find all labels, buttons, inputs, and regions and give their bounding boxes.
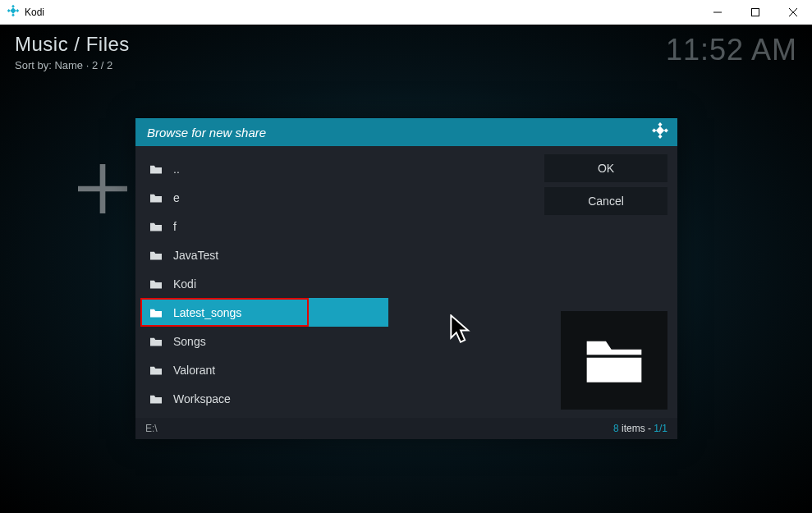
titlebar-left: Kodi (0, 4, 44, 21)
window-titlebar: Kodi (0, 0, 812, 25)
ok-button[interactable]: OK (544, 154, 667, 182)
svg-rect-10 (652, 128, 656, 132)
list-item-label: .. (173, 163, 180, 176)
list-item[interactable]: Kodi (140, 269, 533, 298)
svg-rect-3 (11, 13, 15, 16)
svg-rect-0 (11, 4, 15, 7)
kodi-logo-icon (651, 121, 669, 143)
sort-line: Sort by: Name · 2 / 2 (15, 59, 112, 71)
browse-dialog: Browse for new share .. e f (135, 118, 677, 439)
list-item-label: JavaTest (173, 249, 218, 262)
add-source-icon[interactable] (70, 156, 135, 222)
close-button[interactable] (774, 0, 812, 25)
breadcrumb: Music / Files (15, 33, 130, 56)
list-item-label: Kodi (173, 277, 196, 291)
list-item[interactable]: Valorant (140, 355, 533, 384)
list-item-label: Workspace (173, 392, 231, 405)
dialog-body: .. e f JavaTest Kodi (135, 146, 677, 418)
list-item[interactable]: e (140, 183, 533, 212)
list-item[interactable]: JavaTest (140, 240, 533, 269)
folder-icon (149, 163, 163, 175)
list-item-label: f (173, 220, 177, 233)
folder-preview (561, 311, 667, 410)
svg-rect-1 (7, 9, 11, 12)
folder-icon (149, 393, 163, 405)
folder-icon (149, 250, 163, 261)
svg-rect-2 (16, 9, 19, 12)
dialog-header: Browse for new share (135, 118, 677, 146)
folder-icon (149, 192, 163, 204)
file-list: .. e f JavaTest Kodi (140, 154, 533, 413)
list-item[interactable]: .. (140, 154, 533, 183)
list-item[interactable]: Workspace (140, 384, 533, 413)
list-item-label: Latest_songs (173, 306, 241, 319)
window-title: Kodi (25, 7, 44, 18)
svg-rect-11 (664, 128, 668, 132)
folder-icon (149, 307, 163, 318)
window-controls (699, 0, 812, 25)
svg-rect-13 (656, 126, 664, 135)
minimize-button[interactable] (699, 0, 736, 25)
app-body: Music / Files Sort by: Name · 2 / 2 11:5… (0, 25, 812, 513)
folder-icon (149, 364, 163, 376)
svg-rect-9 (658, 122, 662, 126)
clock: 11:52 AM (666, 33, 797, 67)
kodi-logo-icon (7, 4, 20, 21)
list-item-label: Valorant (173, 364, 215, 377)
svg-rect-6 (752, 8, 759, 16)
svg-rect-4 (10, 7, 16, 14)
list-item[interactable]: Latest_songs (140, 298, 309, 327)
folder-icon (149, 278, 163, 290)
dialog-footer: E:\ 8 items - 1/1 (135, 418, 677, 439)
footer-path: E:\ (145, 423, 158, 434)
maximize-button[interactable] (736, 0, 774, 25)
dialog-title: Browse for new share (147, 126, 266, 140)
footer-count: 8 items - 1/1 (613, 423, 667, 434)
list-item-label: Songs (173, 335, 206, 348)
list-item-label: e (173, 191, 180, 204)
list-item[interactable]: Songs (140, 327, 533, 355)
folder-icon (149, 336, 163, 347)
folder-icon (149, 221, 163, 232)
cancel-button[interactable]: Cancel (544, 187, 667, 215)
svg-rect-12 (658, 135, 662, 139)
list-item[interactable]: f (140, 212, 533, 240)
dialog-side-column: OK Cancel (544, 154, 667, 413)
